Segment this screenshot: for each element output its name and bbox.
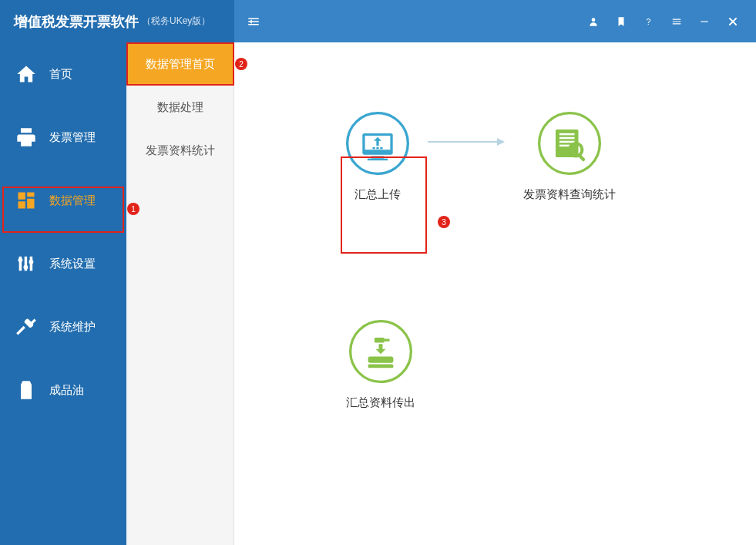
- sub-item-label: 数据管理首页: [146, 57, 215, 72]
- card-query[interactable]: 发票资料查询统计: [523, 112, 616, 202]
- bookmark-icon[interactable]: [616, 16, 627, 27]
- upload-icon: [346, 112, 409, 175]
- sidebar-item-invoice[interactable]: 发票管理: [0, 106, 126, 169]
- card-label: 汇总上传: [354, 187, 401, 202]
- sidebar-item-data[interactable]: 数据管理: [0, 169, 126, 232]
- help-icon[interactable]: ?: [643, 16, 654, 27]
- svg-point-4: [24, 265, 29, 270]
- printer-icon: [15, 126, 39, 148]
- svg-rect-9: [371, 156, 384, 158]
- svg-rect-11: [372, 147, 375, 149]
- svg-rect-22: [578, 154, 586, 162]
- collapse-button[interactable]: [234, 15, 273, 29]
- minimize-icon[interactable]: [699, 16, 710, 27]
- sidebar-item-label: 发票管理: [49, 130, 96, 145]
- collapse-icon: [247, 15, 260, 29]
- sub-item-data-process[interactable]: 数据处理: [126, 86, 234, 129]
- svg-rect-26: [375, 338, 385, 343]
- svg-text:?: ?: [647, 16, 651, 25]
- svg-rect-18: [559, 137, 575, 139]
- svg-point-3: [18, 257, 23, 262]
- oil-icon: [15, 379, 39, 401]
- sub-item-data-home[interactable]: 数据管理首页: [126, 42, 234, 86]
- close-icon[interactable]: [727, 15, 739, 28]
- svg-rect-2: [701, 21, 707, 22]
- tools-icon: [15, 316, 39, 338]
- sub-sidebar: 数据管理首页 数据处理 发票资料统计: [126, 0, 234, 545]
- sidebar-item-label: 首页: [49, 67, 72, 82]
- svg-rect-20: [559, 145, 570, 146]
- export-icon: [349, 320, 412, 383]
- title-area: 增值税发票开票软件 （税务UKey版）: [0, 0, 234, 42]
- app-header: 增值税发票开票软件 （税务UKey版） ?: [0, 0, 756, 42]
- sidebar-item-home[interactable]: 首页: [0, 42, 126, 106]
- user-icon[interactable]: [588, 16, 599, 27]
- data-icon: [15, 190, 39, 211]
- svg-point-5: [29, 260, 34, 264]
- sliders-icon: [15, 253, 39, 274]
- svg-rect-19: [559, 141, 575, 143]
- sidebar-item-label: 数据管理: [49, 193, 96, 208]
- card-upload[interactable]: 汇总上传: [346, 112, 409, 202]
- sidebar-item-settings[interactable]: 系统设置: [0, 232, 126, 295]
- svg-rect-10: [368, 159, 388, 160]
- arrow-icon: [428, 134, 505, 153]
- main-content: 汇总上传 发票资料查询统计: [234, 0, 756, 545]
- menu-icon[interactable]: [671, 16, 682, 27]
- sidebar-item-label: 系统维护: [49, 320, 96, 335]
- sidebar-item-label: 成品油: [49, 383, 84, 398]
- svg-rect-13: [380, 147, 382, 149]
- svg-rect-17: [559, 133, 575, 135]
- card-label: 发票资料查询统计: [523, 187, 616, 202]
- sub-item-label: 数据处理: [157, 100, 203, 115]
- sidebar-item-oil[interactable]: 成品油: [0, 358, 126, 422]
- app-subtitle: （税务UKey版）: [142, 15, 210, 28]
- sub-item-label: 发票资料统计: [146, 143, 215, 158]
- svg-point-0: [592, 18, 596, 22]
- sidebar-item-maintenance[interactable]: 系统维护: [0, 295, 126, 358]
- sub-item-invoice-stats[interactable]: 发票资料统计: [126, 129, 234, 172]
- header-actions: ?: [588, 15, 756, 28]
- svg-rect-24: [368, 357, 394, 363]
- app-title: 增值税发票开票软件: [14, 12, 139, 31]
- svg-rect-27: [385, 339, 390, 341]
- query-icon: [538, 112, 601, 175]
- sidebar-item-label: 系统设置: [49, 257, 96, 271]
- card-export[interactable]: 汇总资料传出: [346, 320, 415, 410]
- svg-rect-12: [376, 147, 378, 149]
- primary-sidebar: 首页 发票管理 数据管理 系统设置 系统维护: [0, 0, 126, 545]
- home-icon: [15, 63, 39, 85]
- svg-rect-25: [368, 364, 394, 368]
- card-label: 汇总资料传出: [346, 395, 415, 410]
